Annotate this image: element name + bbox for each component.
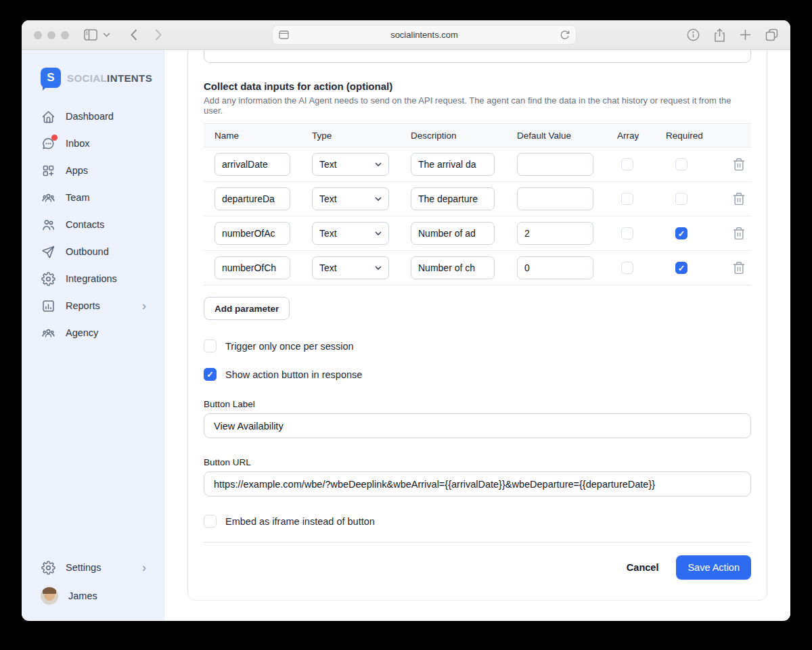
sidebar-item-agency[interactable]: Agency (22, 319, 164, 346)
window-controls (34, 31, 69, 39)
trash-icon[interactable] (732, 158, 746, 171)
param-default-input[interactable] (517, 153, 593, 176)
param-name-input[interactable] (215, 222, 290, 245)
home-icon (41, 109, 55, 124)
show-action-button-label: Show action button in response (225, 369, 362, 380)
required-checkbox[interactable] (675, 193, 687, 205)
param-name-input[interactable] (215, 187, 290, 210)
param-default-input[interactable] (517, 222, 593, 245)
page-settings-icon[interactable] (279, 30, 289, 39)
save-action-button[interactable]: Save Action (676, 555, 751, 580)
sidebar-item-integrations[interactable]: Integrations (22, 265, 164, 292)
add-parameter-button[interactable]: Add parameter (204, 297, 290, 320)
sidebar-item-inbox[interactable]: Inbox (22, 130, 164, 157)
people-group-icon (41, 190, 55, 205)
cancel-button[interactable]: Cancel (627, 562, 659, 573)
param-type-select[interactable]: Text (312, 153, 389, 176)
param-name-input[interactable] (215, 153, 290, 176)
bar-chart-icon (41, 298, 55, 313)
table-row: Text (204, 182, 751, 216)
trash-icon[interactable] (732, 261, 746, 275)
close-window-button[interactable] (34, 31, 42, 39)
required-checkbox[interactable] (675, 158, 687, 170)
button-label-input[interactable] (204, 413, 751, 438)
sidebar-item-team[interactable]: Team (22, 184, 164, 211)
sidebar-item-label: Contacts (66, 219, 104, 230)
param-description-input[interactable] (411, 222, 495, 245)
chevron-right-icon: › (142, 300, 146, 312)
trash-icon[interactable] (732, 192, 746, 206)
param-default-input[interactable] (517, 256, 593, 279)
trash-icon[interactable] (732, 227, 746, 240)
array-checkbox[interactable] (621, 158, 633, 170)
show-action-button-checkbox[interactable] (204, 368, 217, 381)
sidebar-item-reports[interactable]: Reports › (22, 292, 164, 319)
param-description-input[interactable] (411, 153, 495, 176)
avatar (41, 587, 58, 605)
trigger-once-row: Trigger only once per session (204, 340, 751, 352)
array-checkbox[interactable] (621, 262, 633, 274)
minimize-window-button[interactable] (47, 31, 55, 39)
sidebar-item-label: Settings (66, 562, 101, 573)
tab-overview-icon[interactable] (765, 28, 778, 41)
param-description-input[interactable] (411, 187, 495, 210)
param-name-input[interactable] (215, 256, 290, 279)
col-header-array: Array (617, 131, 666, 141)
socialintents-logo-icon: S (41, 68, 61, 88)
info-icon[interactable] (687, 28, 700, 41)
param-type-select[interactable]: Text (312, 187, 389, 210)
sidebar-item-outbound[interactable]: Outbound (22, 238, 164, 265)
array-checkbox[interactable] (621, 193, 633, 205)
chevron-down-icon (375, 162, 382, 166)
new-tab-icon[interactable] (740, 29, 751, 41)
user-name: James (68, 590, 97, 601)
zoom-window-button[interactable] (61, 31, 69, 39)
sidebar-item-apps[interactable]: Apps (22, 157, 164, 184)
logo[interactable]: S SOCIALINTENTS (22, 50, 164, 103)
table-row: Text (204, 216, 751, 251)
sidebar-item-label: Reports (66, 300, 100, 311)
browser-toolbar: socialintents.com (22, 20, 790, 50)
col-header-type: Type (312, 131, 411, 141)
chevron-down-icon (375, 231, 382, 235)
param-type-select[interactable]: Text (312, 222, 389, 245)
parameters-table: Name Type Description Default Value Arra… (204, 123, 751, 285)
gear-icon (41, 560, 55, 575)
sidebar-toggle-icon[interactable] (84, 29, 97, 41)
required-checkbox[interactable] (675, 262, 687, 274)
sidebar-item-settings[interactable]: Settings › (22, 554, 164, 581)
logo-wordmark: SOCIALINTENTS (67, 72, 152, 84)
apps-grid-icon (41, 163, 55, 178)
param-type-select[interactable]: Text (312, 256, 389, 279)
sidebar-item-label: Team (66, 192, 89, 203)
sidebar-item-label: Outbound (66, 246, 109, 257)
user-menu[interactable]: James (22, 581, 164, 611)
forward-icon[interactable] (155, 29, 162, 41)
required-checkbox[interactable] (675, 227, 687, 239)
sidebar-item-dashboard[interactable]: Dashboard (22, 103, 164, 130)
sidebar-item-contacts[interactable]: Contacts (22, 211, 164, 238)
sidebar-item-label: Inbox (66, 138, 89, 149)
button-url-label: Button URL (204, 457, 751, 467)
share-icon[interactable] (714, 28, 725, 42)
array-checkbox[interactable] (621, 227, 633, 239)
col-header-default: Default Value (517, 131, 617, 141)
gear-icon (41, 271, 55, 286)
embed-iframe-row: Embed as iframe instead of button (204, 515, 751, 528)
embed-iframe-checkbox[interactable] (204, 515, 217, 528)
reload-icon[interactable] (560, 30, 570, 40)
clipped-top-input[interactable] (204, 50, 751, 63)
address-bar[interactable]: socialintents.com (272, 25, 577, 45)
param-description-input[interactable] (411, 256, 495, 279)
button-url-input[interactable] (204, 471, 751, 496)
table-header-row: Name Type Description Default Value Arra… (204, 123, 751, 147)
chevron-down-icon[interactable] (103, 32, 110, 37)
back-icon[interactable] (131, 29, 137, 41)
param-default-input[interactable] (517, 187, 593, 210)
embed-iframe-label: Embed as iframe instead of button (225, 516, 375, 527)
url-text: socialintents.com (390, 30, 458, 40)
table-row: Text (204, 251, 751, 285)
sidebar-item-label: Agency (66, 327, 98, 338)
main-content: Collect data inputs for action (optional… (164, 50, 790, 620)
trigger-once-checkbox[interactable] (204, 340, 217, 352)
